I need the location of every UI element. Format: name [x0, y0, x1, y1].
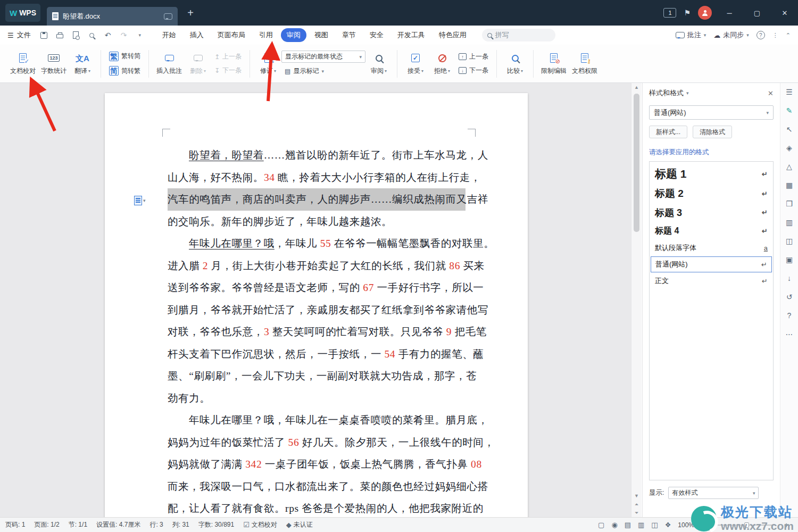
search-input[interactable]: 拼写 — [482, 29, 555, 41]
doc-line-selected[interactable]: 汽车的鸣笛声，商店的叫卖声，人的脚步声……编织成热闹而又吉祥 — [168, 188, 466, 211]
style-item-heading3[interactable]: 标题 3 ↵ — [650, 203, 773, 222]
doc-line[interactable]: 年味儿在哪里？哦，年味儿 55 在爷爷一幅幅笔墨飘香的对联里。 — [168, 232, 466, 255]
minimize-button[interactable]: ─ — [719, 0, 739, 26]
tab-dev-tools[interactable]: 开发工具 — [392, 28, 431, 42]
doc-line[interactable]: 劲有力。 — [168, 387, 466, 410]
style-item-default-font[interactable]: 默认段落字体 a — [650, 240, 773, 256]
doc-line[interactable]: 对联，爷爷也乐意，3 整天笑呵呵的忙着写对联。只见爷爷 9 把毛笔 — [168, 321, 466, 343]
find-button[interactable] — [87, 30, 97, 40]
save-button[interactable] — [39, 30, 49, 40]
select-cursor-icon[interactable]: ↖ — [784, 123, 795, 135]
ruler-icon[interactable]: △ — [784, 161, 795, 172]
trad-to-simp-button[interactable]: 繁 繁转简 — [106, 51, 144, 62]
prev-comment-button[interactable]: ↥ 上一条 — [211, 51, 245, 62]
sync-button[interactable]: ☁ 未同步 ▾ — [713, 30, 749, 40]
status-section[interactable]: 节: 1/1 — [69, 520, 87, 529]
status-setting[interactable]: 设置值: 4.7厘米 — [96, 520, 140, 529]
style-item-normal-web[interactable]: 普通(网站) ↵ — [651, 256, 772, 272]
status-column[interactable]: 列: 31 — [172, 520, 189, 529]
doc-line[interactable]: 到腊月，爷爷就开始忙活了，亲戚朋友都买了红纸拿到爷爷家请他写 — [168, 299, 466, 321]
vertical-scrollbar[interactable]: ▲ ▼ ⏶ ⏷ — [631, 83, 642, 517]
review-pane-button[interactable]: 审阅▾ — [365, 49, 392, 78]
status-word-count[interactable]: 字数: 30/891 — [198, 520, 234, 529]
doc-line[interactable]: 进入腊 2 月，街上大街小巷开始卖起了大红的长纸，我们就 86 买来 — [168, 255, 466, 277]
track-changes-button[interactable]: ✎ 修订▾ — [255, 49, 281, 78]
reject-button[interactable]: 拒绝▾ — [429, 49, 455, 78]
doc-permission-button[interactable]: ⚷ 文档权限 — [569, 49, 600, 78]
doc-line[interactable]: 盼望着，盼望着……翘首以盼的新年近了。街市上车水马龙，人 — [168, 144, 466, 167]
restrict-editing-button[interactable]: ⊘ 限制编辑 — [538, 49, 569, 78]
table-icon[interactable]: ▦ — [784, 179, 795, 191]
more-icon[interactable]: ⋯ — [784, 328, 795, 340]
accept-button[interactable]: ✓ 接受▾ — [402, 49, 429, 78]
translate-button[interactable]: 文A 翻译▾ — [69, 49, 96, 78]
current-style-select[interactable]: 普通(网站) ▾ — [649, 105, 774, 120]
print-layout-icon[interactable]: ▤ — [625, 521, 631, 529]
panel-close-icon[interactable]: ✕ — [768, 89, 774, 97]
delete-comment-button[interactable]: 删除▾ — [185, 49, 211, 78]
more-options-icon[interactable]: ⋮ — [772, 32, 778, 39]
status-proofing-button[interactable]: ☑ 文档校对 — [243, 520, 277, 529]
panel-menu-icon[interactable]: ☰ — [784, 86, 795, 98]
tab-view[interactable]: 视图 — [309, 28, 334, 42]
prev-page-icon[interactable]: ⏶ — [631, 500, 642, 509]
read-layout-icon[interactable]: ◫ — [651, 521, 658, 529]
doc-line[interactable]: 配，让人看了就有食欲。rps 爸爸是个爱热闹的人，他把我家附近的 — [168, 497, 466, 517]
doc-proofing-button[interactable]: ✓ 文档校对 — [7, 49, 38, 78]
compare-button[interactable]: 比较▾ — [502, 49, 528, 78]
maximize-button[interactable]: ▢ — [747, 0, 767, 26]
download-icon[interactable]: ↓ — [784, 272, 795, 284]
share-icon[interactable]: ◈ — [784, 142, 795, 154]
doc-line[interactable]: 送到爷爷家。爷爷曾经是语文老师，写的 67 一手好行书字，所以一 — [168, 277, 466, 299]
eye-protection-icon[interactable]: ◉ — [611, 521, 617, 529]
status-line[interactable]: 行: 3 — [149, 520, 163, 529]
doc-line[interactable]: 的交响乐。新年的脚步近了，年味儿越来越浓。 — [168, 211, 466, 233]
tab-insert[interactable]: 插入 — [184, 28, 210, 42]
scrollbar-thumb[interactable] — [634, 94, 639, 232]
tab-home[interactable]: 开始 — [156, 28, 182, 42]
word-count-button[interactable]: 123 字数统计 — [38, 49, 69, 78]
collapse-ribbon-icon[interactable]: ⌃ — [786, 32, 791, 39]
doc-line[interactable]: 墨、“刷刷刷”，一会儿下功夫，一副副对联就大功告成，那字，苍 — [168, 365, 466, 387]
prev-change-button[interactable]: ↑ 上一条 — [455, 51, 492, 62]
rewards-icon[interactable]: ⚑ — [684, 9, 691, 17]
style-item-heading1[interactable]: 标题 1 ↵ — [650, 164, 773, 184]
scroll-down-icon[interactable]: ▼ — [631, 492, 642, 500]
outline-icon[interactable]: ❖ — [665, 521, 671, 529]
web-layout-icon[interactable]: ▥ — [638, 521, 644, 529]
document-page[interactable]: ▾ 盼望着，盼望着……翘首以盼的新年近了。街市上车水马龙，人山人海，好不热闹。3… — [105, 93, 528, 517]
tab-security[interactable]: 安全 — [364, 28, 389, 42]
style-item-heading2[interactable]: 标题 2 ↵ — [650, 184, 773, 203]
scroll-up-icon[interactable]: ▲ — [631, 83, 642, 92]
message-badge[interactable]: 1 — [663, 8, 676, 18]
clear-format-button[interactable]: 清除格式 — [693, 126, 732, 138]
paragraph-style-mark[interactable]: ▾ — [134, 196, 146, 205]
new-style-button[interactable]: 新样式... — [649, 126, 687, 138]
doc-line[interactable]: 山人海，好不热闹。34 瞧，拎着大大小小行李箱的人在街上行走， — [168, 167, 466, 189]
help-icon[interactable]: ? — [757, 31, 765, 39]
status-page-no[interactable]: 页码: 1 — [5, 520, 25, 529]
new-tab-button[interactable]: + — [183, 5, 198, 20]
tab-comment-icon[interactable] — [164, 13, 172, 20]
qat-dropdown[interactable]: ▾ — [135, 30, 145, 40]
markup-state-select[interactable]: 显示标记的最终状态 ▾ — [281, 51, 365, 63]
status-cert-button[interactable]: ◆ 未认证 — [286, 520, 313, 529]
comments-button[interactable]: 批注 ▾ — [676, 30, 706, 40]
next-change-button[interactable]: ↓ 下一条 — [455, 65, 492, 76]
help-icon[interactable]: ? — [784, 310, 795, 321]
wps-logo-button[interactable]: W WPS — [5, 4, 40, 22]
print-preview-button[interactable] — [71, 30, 81, 40]
fullscreen-icon[interactable]: ▢ — [598, 521, 604, 529]
tab-section[interactable]: 章节 — [336, 28, 362, 42]
edit-pen-icon[interactable]: ✎ — [784, 105, 795, 117]
history-icon[interactable]: ↺ — [784, 291, 795, 303]
styles-panel-title[interactable]: 样式和格式 ▾ — [649, 88, 689, 98]
document-canvas[interactable]: ▾ 盼望着，盼望着……翘首以盼的新年近了。街市上车水马龙，人山人海，好不热闹。3… — [0, 83, 631, 517]
next-comment-button[interactable]: ↧ 下一条 — [211, 65, 245, 76]
style-item-body-text[interactable]: 正文 ↵ — [650, 273, 773, 289]
simp-to-trad-button[interactable]: 简 简转繁 — [106, 65, 144, 77]
show-markup-button[interactable]: ▤ 显示标记 ▾ — [281, 65, 365, 77]
tab-review[interactable]: 审阅 — [281, 28, 306, 42]
document-tab[interactable]: 盼望着.docx — [47, 7, 178, 26]
doc-line[interactable]: 而来，我深吸一口气，口水都流出来了。菜的颜色也经过妈妈细心搭 — [168, 476, 466, 498]
